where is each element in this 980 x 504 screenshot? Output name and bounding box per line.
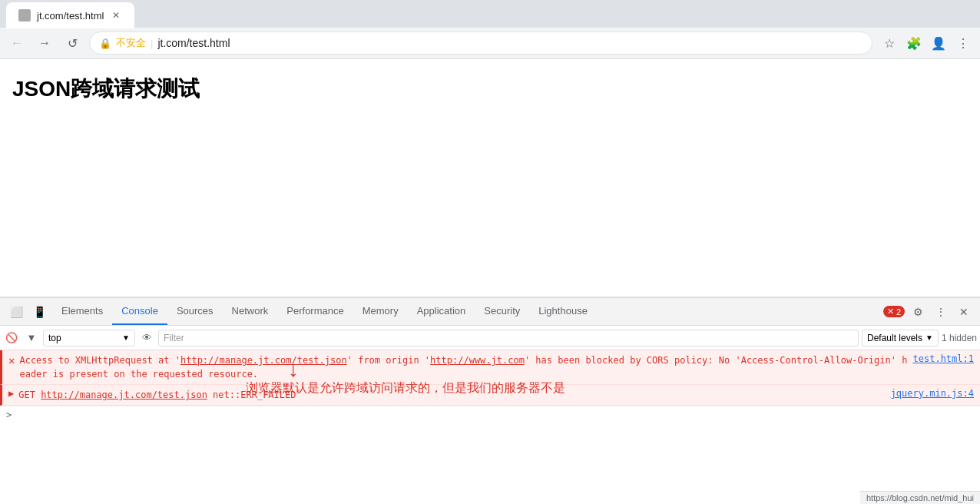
devtools-tabs: Elements Console Sources Network Perform… <box>52 298 597 325</box>
console-input-line[interactable]: > <box>0 406 980 423</box>
tab-elements[interactable]: Elements <box>52 298 112 325</box>
context-value: top <box>48 333 61 343</box>
tab-title: jt.com/test.html <box>37 10 104 22</box>
console-chevron: > <box>6 410 12 420</box>
filter-placeholder: Filter <box>164 333 184 343</box>
context-dropdown-arrow: ▼ <box>122 333 130 342</box>
error-source-2[interactable]: jquery.min.js:4 <box>891 388 974 399</box>
insecure-label: 不安全 <box>116 36 146 50</box>
tab-security[interactable]: Security <box>475 298 529 325</box>
tab-application[interactable]: Application <box>408 298 475 325</box>
page-title: JSON跨域请求测试 <box>12 75 968 104</box>
error-icon: ✕ <box>887 307 894 317</box>
default-levels-selector[interactable]: Default levels ▼ <box>862 330 939 346</box>
tab-sources[interactable]: Sources <box>167 298 223 325</box>
tab-close-button[interactable]: ✕ <box>110 9 122 22</box>
devtools-panel: ⬜ 📱 Elements Console Sources Network Per… <box>0 297 980 504</box>
active-tab[interactable]: jt.com/test.html ✕ <box>6 2 134 28</box>
levels-dropdown-arrow: ▼ <box>925 333 933 342</box>
settings-button[interactable]: ⚙ <box>908 302 928 322</box>
tab-performance[interactable]: Performance <box>277 298 353 325</box>
filter-input[interactable]: Filter <box>158 330 859 346</box>
more-options-button[interactable]: ⋮ <box>931 302 951 322</box>
tab-console[interactable]: Console <box>112 298 167 325</box>
tab-network[interactable]: Network <box>223 298 278 325</box>
annotation: ↓ 浏览器默认是允许跨域访问请求的，但是我们的服务器不是 <box>246 359 565 396</box>
console-bar-right: 1 hidden <box>942 333 977 343</box>
eye-icon[interactable]: 👁 <box>138 330 155 346</box>
error-url-2[interactable]: http://manage.jt.com/test.json <box>41 390 207 400</box>
back-button[interactable]: ← <box>6 32 28 54</box>
error-badge: ✕ 2 <box>883 306 905 317</box>
triangle-icon: ▶ <box>8 388 14 399</box>
context-selector[interactable]: top ▼ <box>43 330 135 346</box>
annotation-arrow-icon: ↓ <box>288 359 565 380</box>
error-source-1[interactable]: test.html:1 <box>913 353 974 364</box>
bookmark-button[interactable]: ☆ <box>879 32 900 54</box>
console-bar: 🚫 ▼ top ▼ 👁 Filter Default levels ▼ 1 hi… <box>0 326 980 350</box>
error-count: 2 <box>896 307 901 317</box>
extensions-button[interactable]: 🧩 <box>903 32 925 54</box>
profile-button[interactable]: 👤 <box>928 32 949 54</box>
url-separator: | <box>151 38 153 49</box>
main-content: JSON跨域请求测试 <box>0 59 980 293</box>
inspect-element-button[interactable]: ⬜ <box>6 302 26 322</box>
console-filter-toggle[interactable]: ▼ <box>23 330 40 346</box>
status-url: https://blog.csdn.net/mid_hui <box>866 493 974 502</box>
clear-console-button[interactable]: 🚫 <box>3 330 20 346</box>
status-bar: https://blog.csdn.net/mid_hui <box>860 491 980 504</box>
tab-favicon <box>18 9 31 22</box>
device-toolbar-button[interactable]: 📱 <box>29 302 49 322</box>
annotation-text: 浏览器默认是允许跨域访问请求的，但是我们的服务器不是 <box>246 380 565 396</box>
toolbar-actions: ☆ 🧩 👤 ⋮ <box>879 32 974 54</box>
hidden-count: 1 hidden <box>942 333 977 343</box>
menu-button[interactable]: ⋮ <box>952 32 974 54</box>
url-text: jt.com/test.html <box>157 37 230 49</box>
close-devtools-button[interactable]: ✕ <box>954 302 974 322</box>
security-icon: 🔒 <box>99 38 111 49</box>
default-levels-label: Default levels <box>867 333 922 343</box>
error-icon-1: ✕ <box>8 354 15 366</box>
refresh-button[interactable]: ↺ <box>61 32 83 54</box>
devtools-toolbar: ⬜ 📱 Elements Console Sources Network Per… <box>0 298 980 326</box>
tab-memory[interactable]: Memory <box>353 298 408 325</box>
devtools-toolbar-right: ✕ 2 ⚙ ⋮ ✕ <box>883 302 974 322</box>
tab-bar: jt.com/test.html ✕ <box>0 0 980 28</box>
forward-button[interactable]: → <box>34 32 55 54</box>
tab-lighthouse[interactable]: Lighthouse <box>529 298 597 325</box>
address-bar: ← → ↺ 🔒 不安全 | jt.com/test.html ☆ 🧩 👤 ⋮ <box>0 28 980 58</box>
browser-chrome: jt.com/test.html ✕ ← → ↺ 🔒 不安全 | jt.com/… <box>0 0 980 59</box>
url-bar[interactable]: 🔒 不安全 | jt.com/test.html <box>89 32 872 55</box>
